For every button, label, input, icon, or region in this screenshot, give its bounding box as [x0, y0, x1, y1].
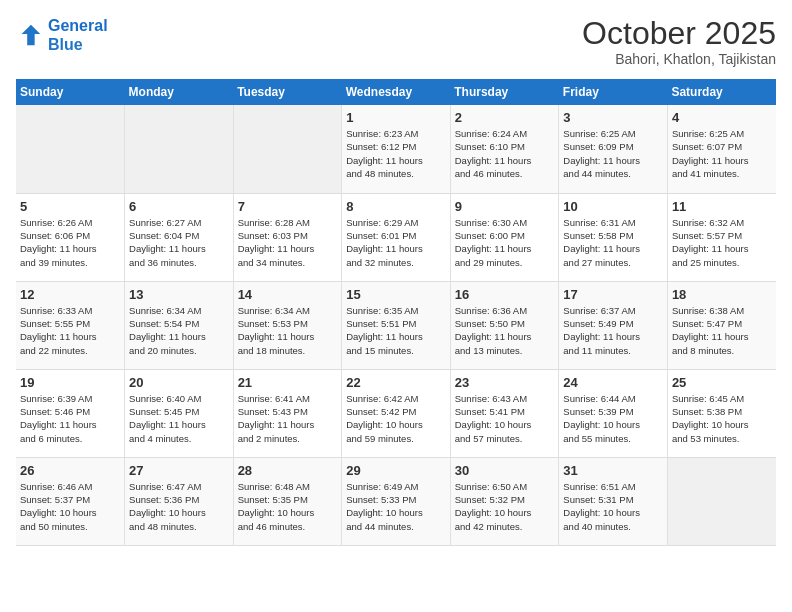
day-number: 1 [346, 110, 446, 125]
day-number: 16 [455, 287, 555, 302]
cell-content: Sunrise: 6:51 AM Sunset: 5:31 PM Dayligh… [563, 480, 663, 533]
cell-content: Sunrise: 6:38 AM Sunset: 5:47 PM Dayligh… [672, 304, 772, 357]
cell-content: Sunrise: 6:36 AM Sunset: 5:50 PM Dayligh… [455, 304, 555, 357]
calendar-week-row: 19Sunrise: 6:39 AM Sunset: 5:46 PM Dayli… [16, 369, 776, 457]
logo: General Blue [16, 16, 108, 54]
calendar-cell: 6Sunrise: 6:27 AM Sunset: 6:04 PM Daylig… [125, 193, 234, 281]
day-number: 10 [563, 199, 663, 214]
cell-content: Sunrise: 6:45 AM Sunset: 5:38 PM Dayligh… [672, 392, 772, 445]
logo-text: General Blue [48, 16, 108, 54]
day-number: 5 [20, 199, 120, 214]
calendar-cell: 2Sunrise: 6:24 AM Sunset: 6:10 PM Daylig… [450, 105, 559, 193]
day-number: 20 [129, 375, 229, 390]
cell-content: Sunrise: 6:23 AM Sunset: 6:12 PM Dayligh… [346, 127, 446, 180]
calendar-cell: 22Sunrise: 6:42 AM Sunset: 5:42 PM Dayli… [342, 369, 451, 457]
day-number: 29 [346, 463, 446, 478]
calendar-week-row: 12Sunrise: 6:33 AM Sunset: 5:55 PM Dayli… [16, 281, 776, 369]
calendar-cell: 29Sunrise: 6:49 AM Sunset: 5:33 PM Dayli… [342, 457, 451, 545]
calendar-cell: 18Sunrise: 6:38 AM Sunset: 5:47 PM Dayli… [667, 281, 776, 369]
calendar-cell: 23Sunrise: 6:43 AM Sunset: 5:41 PM Dayli… [450, 369, 559, 457]
day-number: 26 [20, 463, 120, 478]
day-number: 25 [672, 375, 772, 390]
cell-content: Sunrise: 6:37 AM Sunset: 5:49 PM Dayligh… [563, 304, 663, 357]
calendar-cell: 25Sunrise: 6:45 AM Sunset: 5:38 PM Dayli… [667, 369, 776, 457]
calendar-cell: 13Sunrise: 6:34 AM Sunset: 5:54 PM Dayli… [125, 281, 234, 369]
calendar-cell: 28Sunrise: 6:48 AM Sunset: 5:35 PM Dayli… [233, 457, 342, 545]
title-block: October 2025 Bahori, Khatlon, Tajikistan [582, 16, 776, 67]
cell-content: Sunrise: 6:35 AM Sunset: 5:51 PM Dayligh… [346, 304, 446, 357]
day-number: 17 [563, 287, 663, 302]
cell-content: Sunrise: 6:46 AM Sunset: 5:37 PM Dayligh… [20, 480, 120, 533]
calendar-cell: 24Sunrise: 6:44 AM Sunset: 5:39 PM Dayli… [559, 369, 668, 457]
cell-content: Sunrise: 6:28 AM Sunset: 6:03 PM Dayligh… [238, 216, 338, 269]
weekday-header-row: SundayMondayTuesdayWednesdayThursdayFrid… [16, 79, 776, 105]
calendar-cell [125, 105, 234, 193]
cell-content: Sunrise: 6:33 AM Sunset: 5:55 PM Dayligh… [20, 304, 120, 357]
cell-content: Sunrise: 6:26 AM Sunset: 6:06 PM Dayligh… [20, 216, 120, 269]
month-year: October 2025 [582, 16, 776, 51]
calendar-week-row: 1Sunrise: 6:23 AM Sunset: 6:12 PM Daylig… [16, 105, 776, 193]
cell-content: Sunrise: 6:49 AM Sunset: 5:33 PM Dayligh… [346, 480, 446, 533]
day-number: 31 [563, 463, 663, 478]
cell-content: Sunrise: 6:27 AM Sunset: 6:04 PM Dayligh… [129, 216, 229, 269]
calendar-cell: 5Sunrise: 6:26 AM Sunset: 6:06 PM Daylig… [16, 193, 125, 281]
cell-content: Sunrise: 6:40 AM Sunset: 5:45 PM Dayligh… [129, 392, 229, 445]
cell-content: Sunrise: 6:32 AM Sunset: 5:57 PM Dayligh… [672, 216, 772, 269]
cell-content: Sunrise: 6:44 AM Sunset: 5:39 PM Dayligh… [563, 392, 663, 445]
logo-icon [16, 21, 44, 49]
day-number: 15 [346, 287, 446, 302]
day-number: 21 [238, 375, 338, 390]
logo-line1: General [48, 17, 108, 34]
calendar-cell: 11Sunrise: 6:32 AM Sunset: 5:57 PM Dayli… [667, 193, 776, 281]
cell-content: Sunrise: 6:25 AM Sunset: 6:09 PM Dayligh… [563, 127, 663, 180]
cell-content: Sunrise: 6:39 AM Sunset: 5:46 PM Dayligh… [20, 392, 120, 445]
calendar-table: SundayMondayTuesdayWednesdayThursdayFrid… [16, 79, 776, 546]
cell-content: Sunrise: 6:29 AM Sunset: 6:01 PM Dayligh… [346, 216, 446, 269]
calendar-cell: 4Sunrise: 6:25 AM Sunset: 6:07 PM Daylig… [667, 105, 776, 193]
day-number: 23 [455, 375, 555, 390]
cell-content: Sunrise: 6:24 AM Sunset: 6:10 PM Dayligh… [455, 127, 555, 180]
weekday-header: Monday [125, 79, 234, 105]
weekday-header: Sunday [16, 79, 125, 105]
calendar-cell: 10Sunrise: 6:31 AM Sunset: 5:58 PM Dayli… [559, 193, 668, 281]
day-number: 27 [129, 463, 229, 478]
calendar-cell: 26Sunrise: 6:46 AM Sunset: 5:37 PM Dayli… [16, 457, 125, 545]
cell-content: Sunrise: 6:47 AM Sunset: 5:36 PM Dayligh… [129, 480, 229, 533]
day-number: 2 [455, 110, 555, 125]
cell-content: Sunrise: 6:42 AM Sunset: 5:42 PM Dayligh… [346, 392, 446, 445]
cell-content: Sunrise: 6:31 AM Sunset: 5:58 PM Dayligh… [563, 216, 663, 269]
calendar-cell [16, 105, 125, 193]
day-number: 14 [238, 287, 338, 302]
calendar-cell: 30Sunrise: 6:50 AM Sunset: 5:32 PM Dayli… [450, 457, 559, 545]
day-number: 13 [129, 287, 229, 302]
calendar-cell: 27Sunrise: 6:47 AM Sunset: 5:36 PM Dayli… [125, 457, 234, 545]
calendar-cell: 3Sunrise: 6:25 AM Sunset: 6:09 PM Daylig… [559, 105, 668, 193]
day-number: 30 [455, 463, 555, 478]
day-number: 11 [672, 199, 772, 214]
cell-content: Sunrise: 6:43 AM Sunset: 5:41 PM Dayligh… [455, 392, 555, 445]
day-number: 9 [455, 199, 555, 214]
calendar-cell: 21Sunrise: 6:41 AM Sunset: 5:43 PM Dayli… [233, 369, 342, 457]
calendar-week-row: 26Sunrise: 6:46 AM Sunset: 5:37 PM Dayli… [16, 457, 776, 545]
cell-content: Sunrise: 6:30 AM Sunset: 6:00 PM Dayligh… [455, 216, 555, 269]
calendar-cell: 19Sunrise: 6:39 AM Sunset: 5:46 PM Dayli… [16, 369, 125, 457]
day-number: 7 [238, 199, 338, 214]
cell-content: Sunrise: 6:34 AM Sunset: 5:53 PM Dayligh… [238, 304, 338, 357]
cell-content: Sunrise: 6:34 AM Sunset: 5:54 PM Dayligh… [129, 304, 229, 357]
calendar-cell: 16Sunrise: 6:36 AM Sunset: 5:50 PM Dayli… [450, 281, 559, 369]
svg-marker-0 [22, 25, 41, 46]
weekday-header: Tuesday [233, 79, 342, 105]
day-number: 18 [672, 287, 772, 302]
calendar-cell: 12Sunrise: 6:33 AM Sunset: 5:55 PM Dayli… [16, 281, 125, 369]
weekday-header: Friday [559, 79, 668, 105]
cell-content: Sunrise: 6:50 AM Sunset: 5:32 PM Dayligh… [455, 480, 555, 533]
day-number: 19 [20, 375, 120, 390]
calendar-cell: 7Sunrise: 6:28 AM Sunset: 6:03 PM Daylig… [233, 193, 342, 281]
calendar-cell [667, 457, 776, 545]
calendar-week-row: 5Sunrise: 6:26 AM Sunset: 6:06 PM Daylig… [16, 193, 776, 281]
weekday-header: Thursday [450, 79, 559, 105]
calendar-cell [233, 105, 342, 193]
logo-line2: Blue [48, 35, 108, 54]
day-number: 6 [129, 199, 229, 214]
calendar-cell: 15Sunrise: 6:35 AM Sunset: 5:51 PM Dayli… [342, 281, 451, 369]
